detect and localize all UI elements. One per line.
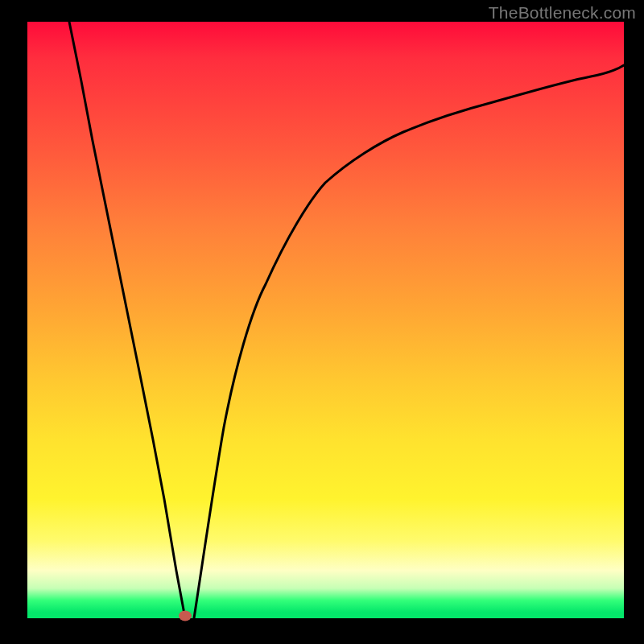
curve-right-branch [194, 65, 624, 618]
watermark-text: TheBottleneck.com [489, 3, 636, 23]
plot-area [27, 22, 624, 618]
optimum-marker [179, 611, 192, 621]
chart-frame: TheBottleneck.com [0, 0, 644, 644]
curve-left-branch [69, 22, 185, 618]
bottleneck-curve [27, 22, 624, 618]
